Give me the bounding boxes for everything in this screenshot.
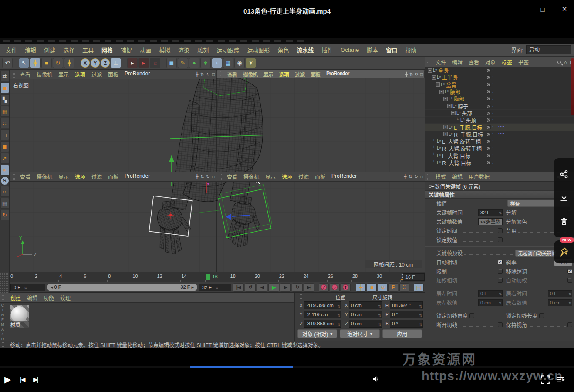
visibility-dots-icon[interactable]: ∶ <box>492 132 493 136</box>
viewport-menu-item[interactable]: 显示 <box>262 173 279 180</box>
viewport-menu-item[interactable]: 过滤 <box>88 71 105 78</box>
rotate-view-icon[interactable]: ↻ <box>206 72 210 77</box>
display-tag-icon[interactable] <box>487 146 491 150</box>
position-field[interactable]: -319.858 cm <box>304 320 341 328</box>
expand-toggle-icon[interactable] <box>432 146 436 151</box>
drag-handle-icon[interactable] <box>427 59 431 65</box>
rotate-view-icon[interactable]: ↻ <box>206 174 210 179</box>
object-tree-item[interactable]: Lº 全身 ∶ ∷∷ <box>425 67 574 74</box>
size-field[interactable]: 0 cm <box>349 320 382 328</box>
size-mode-dropdown[interactable]: 绝对尺寸 <box>340 329 379 338</box>
break-tangent-checkbox[interactable] <box>498 322 503 327</box>
toolbar-icon[interactable] <box>161 58 165 68</box>
lock-tangent-length-checkbox[interactable] <box>539 313 544 318</box>
fullscreen-button[interactable] <box>541 375 550 384</box>
display-tag-icon[interactable] <box>487 118 491 122</box>
visibility-dots-icon[interactable]: ∶ <box>492 139 493 144</box>
record-scale-toggle[interactable]: ■ <box>367 283 377 292</box>
edges-mode-icon[interactable]: ◻ <box>0 129 9 140</box>
position-field[interactable]: -419.399 cm <box>304 301 341 309</box>
keyframe-selection-button[interactable]: ? <box>341 283 351 292</box>
remove-overshoot-checkbox[interactable] <box>567 269 572 274</box>
zoom-view-icon[interactable]: ⇅ <box>200 72 204 77</box>
object-tree-item[interactable]: Lº 腰部 ∶ ∷∷ <box>425 88 574 95</box>
menu-item[interactable]: 窗口 <box>382 46 401 54</box>
menu-item[interactable]: 角色 <box>273 46 293 54</box>
expand-toggle-icon[interactable] <box>443 125 448 129</box>
object-tree-item[interactable]: Lº R_大臂.目标 ∶ ∷∷ <box>425 159 574 166</box>
timeline-tick[interactable]: 4 <box>58 272 83 282</box>
add-deformer-icon[interactable]: ◗ <box>212 58 222 68</box>
viewport-area[interactable]: Y Z 查看摄像机显示选项过滤面板ProRender ╋⇅↻□ <box>10 70 425 272</box>
apply-button[interactable]: 应用 <box>382 329 422 338</box>
section-header[interactable]: 关键帧属性 <box>425 191 574 199</box>
share-button[interactable] <box>559 169 569 179</box>
add-light-icon[interactable]: ☀ <box>246 58 256 68</box>
drag-handle-icon[interactable] <box>11 174 16 180</box>
size-field[interactable]: 0 cm <box>349 311 382 318</box>
viewport-menu-item[interactable]: 过滤 <box>292 71 307 78</box>
display-tag-icon[interactable] <box>487 132 491 136</box>
rotate-tool-icon[interactable]: ↻ <box>53 58 63 68</box>
add-camera-icon[interactable]: ◉ <box>234 58 245 68</box>
play-backward-button[interactable]: ↺ <box>245 283 256 292</box>
display-tag-icon[interactable] <box>487 161 491 165</box>
display-tag-icon[interactable] <box>487 104 491 108</box>
material-menu-item[interactable]: 创建 <box>7 294 24 301</box>
visibility-dots-icon[interactable]: ∶ <box>492 161 493 165</box>
auto-tangent-checkbox[interactable] <box>498 260 503 264</box>
play-forward-button[interactable]: ▶ <box>268 283 279 292</box>
expand-toggle-icon[interactable] <box>428 68 432 73</box>
position-field[interactable]: -2.119 cm <box>304 311 341 318</box>
object-tree-item[interactable]: Lº 头部 ∶ ∷∷ <box>425 110 574 117</box>
maximize-button[interactable]: □ <box>537 3 549 15</box>
viewport-menu-item[interactable]: 选项 <box>279 173 295 180</box>
object-manager-menu-item[interactable]: 标签 <box>499 58 515 66</box>
viewport-menu-item[interactable]: ProRender <box>122 173 153 180</box>
maximize-view-icon[interactable]: □ <box>212 72 215 77</box>
timeline-tick[interactable]: 30 <box>376 272 400 282</box>
record-pla-toggle[interactable]: ⠿ <box>399 283 409 292</box>
timeline-tick[interactable]: 12 <box>156 272 180 282</box>
expand-toggle-icon[interactable] <box>432 161 436 165</box>
display-tag-icon[interactable] <box>487 111 491 115</box>
object-tree-item[interactable]: Lº L_手腕.目标 ∶ ∷∷ <box>425 124 574 131</box>
expand-toggle-icon[interactable] <box>447 104 452 108</box>
rotate-view-icon[interactable]: ↻ <box>415 174 418 179</box>
rotate-workplane-icon[interactable]: ↻ <box>0 210 9 220</box>
pin-button[interactable] <box>559 247 569 257</box>
texture-mode-icon[interactable]: ▚ <box>0 94 9 105</box>
viewport-menu-item[interactable]: 摄像机 <box>34 71 55 78</box>
timeline-tick[interactable]: 10 <box>132 272 156 282</box>
display-tag-icon[interactable] <box>487 68 491 72</box>
expand-toggle-icon[interactable] <box>432 139 436 144</box>
last-tool-icon[interactable]: ╋ <box>64 58 74 68</box>
range-start-field[interactable]: 0 F <box>10 284 45 291</box>
pan-view-icon[interactable]: ╋ <box>405 72 407 77</box>
maximize-view-icon[interactable]: □ <box>420 72 422 77</box>
toolbar-icon[interactable] <box>14 58 18 68</box>
timeline-tick[interactable]: 24 <box>303 272 327 282</box>
lock-time-checkbox[interactable] <box>498 228 503 233</box>
timeline-tick[interactable]: 20 <box>254 272 278 282</box>
visibility-dots-icon[interactable]: ∶ <box>492 68 493 73</box>
pan-view-icon[interactable]: ╋ <box>196 174 198 179</box>
record-position-toggle[interactable]: ╋ <box>356 283 366 292</box>
model-mode-icon[interactable]: ◼ <box>0 82 9 93</box>
keep-view-checkbox[interactable] <box>567 322 572 327</box>
viewport-menu-item[interactable]: 显示 <box>260 71 276 78</box>
pan-view-icon[interactable]: ╋ <box>196 72 198 77</box>
menu-item[interactable]: 插件 <box>317 46 337 54</box>
expand-toggle-icon[interactable] <box>436 82 440 87</box>
menu-item[interactable]: 雕刻 <box>193 46 213 54</box>
menu-item[interactable]: 动画 <box>136 46 155 54</box>
timeline-tick[interactable]: 8 <box>107 272 132 282</box>
pan-view-icon[interactable]: ╋ <box>404 174 406 179</box>
maximize-view-icon[interactable]: □ <box>212 174 215 179</box>
expand-toggle-icon[interactable] <box>451 111 456 115</box>
expand-toggle-icon[interactable] <box>455 118 459 122</box>
download-button[interactable] <box>559 193 569 203</box>
left-value-field[interactable]: 0 cm <box>478 299 503 306</box>
viewport-menu-item[interactable]: 查看 <box>224 71 240 78</box>
object-manager-menu-item[interactable]: 编辑 <box>449 58 466 66</box>
